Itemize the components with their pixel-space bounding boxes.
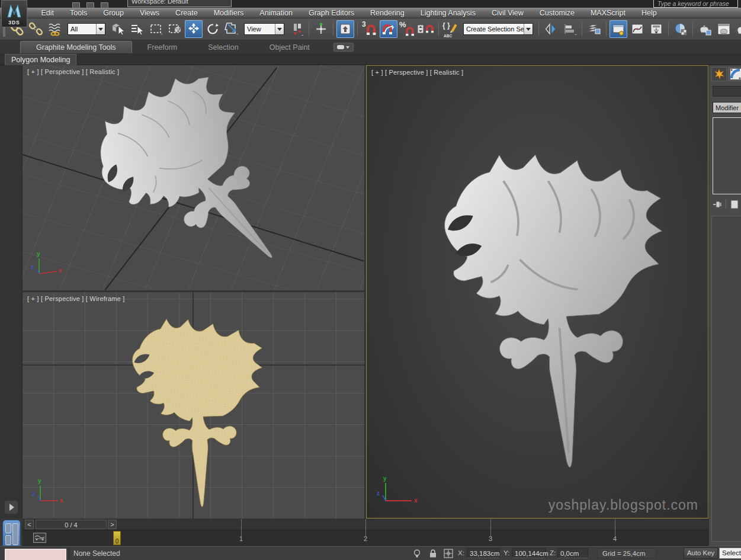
modifier-list-dropdown[interactable]: Modifier L: [713, 102, 741, 113]
next-frame-button[interactable]: >: [108, 520, 117, 529]
viewport-main[interactable]: y x z [ + ] [ Perspective ] [ Realistic …: [366, 65, 708, 519]
show-end-result-icon[interactable]: [730, 200, 739, 209]
frame-counter[interactable]: 0 / 4: [36, 520, 107, 529]
chevron-down-icon: [346, 46, 349, 50]
absolute-offset-mode-icon[interactable]: [444, 549, 453, 558]
svg-text:z: z: [32, 491, 35, 497]
svg-text:y: y: [38, 478, 41, 484]
viewport-top-left[interactable]: y x z [ + ] [ Perspective ] [ Realistic …: [23, 65, 364, 290]
select-object-icon[interactable]: [109, 20, 127, 38]
select-by-name-icon[interactable]: [128, 20, 146, 38]
dropdown-arrow-icon: [524, 24, 533, 34]
menu-group[interactable]: Group: [95, 9, 132, 17]
schematic-view-icon[interactable]: [647, 20, 665, 38]
tab-object-paint[interactable]: Object Paint: [254, 41, 325, 53]
modifier-stack-list[interactable]: [713, 117, 741, 194]
select-and-manipulate-icon[interactable]: [312, 20, 330, 38]
manage-layers-icon[interactable]: [585, 20, 603, 38]
tab-modify[interactable]: [728, 67, 741, 81]
select-and-rotate-icon[interactable]: [204, 20, 222, 38]
keyboard-shortcut-override-toggle[interactable]: [336, 20, 354, 38]
rectangular-selection-region-icon[interactable]: [147, 20, 165, 38]
previous-frame-button[interactable]: <: [25, 520, 34, 529]
viewport-layout-tab-button[interactable]: [2, 520, 21, 549]
curve-editor-icon[interactable]: [628, 20, 646, 38]
tab-graphite-modeling-tools[interactable]: Graphite Modeling Tools: [20, 41, 132, 53]
bind-to-space-warp-icon[interactable]: [46, 20, 64, 38]
spinner-snap-toggle-icon[interactable]: [418, 20, 435, 38]
quick-access-toolbar: Workspace: Default Type a keyword or phr…: [0, 0, 741, 8]
ribbon-minimize-button[interactable]: [333, 43, 354, 52]
select-and-move-button[interactable]: [185, 20, 203, 38]
menu-animation[interactable]: Animation: [252, 9, 301, 17]
ribbon-minimize-icon: [337, 45, 344, 49]
rendered-frame-window-icon[interactable]: [715, 20, 733, 38]
named-selection-sets-combo[interactable]: Create Selection Se: [463, 23, 533, 35]
align-icon[interactable]: [561, 20, 579, 38]
save-icon[interactable]: [72, 2, 80, 8]
percent-snap-toggle-icon[interactable]: %: [399, 20, 416, 38]
render-setup-icon[interactable]: [696, 20, 714, 38]
reference-coordinate-system-dropdown[interactable]: View: [244, 23, 284, 35]
menu-help[interactable]: Help: [633, 9, 665, 17]
auto-key-button[interactable]: Auto Key: [684, 548, 718, 559]
menu-maxscript[interactable]: MAXScript: [582, 9, 633, 17]
menu-create[interactable]: Create: [168, 9, 206, 17]
snaps-toggle-3d-icon[interactable]: 3: [361, 20, 378, 38]
z-coordinate-field[interactable]: 0,0cm: [557, 548, 588, 558]
menu-tools[interactable]: Tools: [62, 9, 95, 17]
material-editor-icon[interactable]: [672, 20, 689, 38]
undo-icon[interactable]: [86, 2, 94, 8]
viewport-label[interactable]: [ + ] [ Perspective ] [ Wireframe ]: [27, 295, 124, 302]
menu-lighting-analysis[interactable]: Lighting Analysis: [412, 9, 483, 17]
menu-views[interactable]: Views: [131, 9, 167, 17]
menu-civil-view[interactable]: Civil View: [483, 9, 531, 17]
x-coordinate-field[interactable]: 33,183cm: [467, 548, 500, 558]
menu-rendering[interactable]: Rendering: [363, 9, 413, 17]
workspace-dropdown[interactable]: Workspace: Default: [127, 0, 232, 7]
edit-named-selection-sets-icon[interactable]: { } ABC: [442, 20, 460, 38]
coordsys-value: View: [245, 25, 275, 33]
angle-snap-toggle-button[interactable]: [380, 20, 397, 38]
tab-create[interactable]: [711, 67, 727, 81]
selection-filter-dropdown[interactable]: All: [68, 23, 105, 35]
svg-text:z: z: [377, 490, 380, 497]
y-coordinate-field[interactable]: 100,144cm: [512, 548, 546, 558]
expand-panel-button[interactable]: [5, 501, 18, 514]
isolate-selection-bulb-icon[interactable]: [412, 549, 422, 558]
select-and-scale-icon[interactable]: [223, 20, 240, 38]
search-input[interactable]: Type a keyword or phrase: [653, 0, 738, 8]
axis-gizmo: y x z: [377, 475, 418, 504]
graphite-ribbon-toggle-button[interactable]: [610, 20, 627, 38]
selection-status-text: None Selected: [73, 549, 120, 558]
viewport-label[interactable]: [ + ] [ Perspective ] [ Realistic ]: [27, 68, 119, 75]
menu-edit[interactable]: Edit: [33, 9, 62, 17]
tab-selection[interactable]: Selection: [193, 41, 254, 53]
tab-freeform[interactable]: Freeform: [132, 41, 193, 53]
open-mini-curve-editor-icon[interactable]: [33, 533, 46, 543]
unlink-selection-icon[interactable]: [27, 20, 45, 38]
menu-graph-editors[interactable]: Graph Editors: [300, 9, 362, 17]
viewport-bottom-left[interactable]: y x z [ + ] [ Perspective ] [ Wireframe …: [23, 292, 364, 519]
redo-icon[interactable]: [101, 2, 108, 8]
pin-stack-icon[interactable]: [713, 200, 722, 209]
app-logo[interactable]: 3DS: [1, 0, 27, 27]
window-crossing-toggle-icon[interactable]: [166, 20, 184, 38]
frame-tick-line: [615, 519, 615, 537]
time-slider-handle[interactable]: 0: [113, 531, 121, 545]
workspace-label: Workspace: Default: [131, 0, 188, 5]
menu-customize[interactable]: Customize: [531, 9, 582, 17]
maxscript-mini-listener[interactable]: [5, 549, 66, 560]
use-pivot-point-center-icon[interactable]: [288, 20, 306, 38]
tab-polygon-modeling[interactable]: Polygon Modeling: [5, 54, 76, 65]
render-production-icon[interactable]: [734, 20, 741, 38]
selected-mode-button[interactable]: Select: [719, 548, 741, 559]
selection-lock-icon[interactable]: [428, 549, 438, 558]
viewport-label[interactable]: [ + ] [ Perspective ] [ Realistic ]: [371, 69, 463, 76]
svg-text:x: x: [59, 267, 62, 274]
x-coordinate-label: X:: [458, 549, 464, 556]
mirror-icon[interactable]: [542, 20, 560, 38]
menu-modifiers[interactable]: Modifiers: [206, 9, 252, 17]
object-name-field[interactable]: [713, 86, 741, 97]
axis-gizmo: y x z: [31, 251, 62, 274]
